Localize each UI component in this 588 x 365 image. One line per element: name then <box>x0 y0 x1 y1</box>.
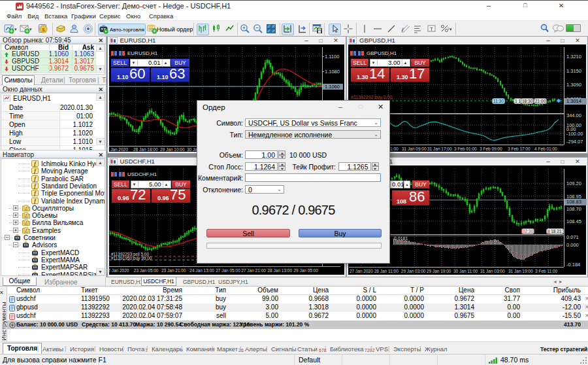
svg-text:$: $ <box>42 27 45 33</box>
svg-text:T: T <box>430 26 433 32</box>
